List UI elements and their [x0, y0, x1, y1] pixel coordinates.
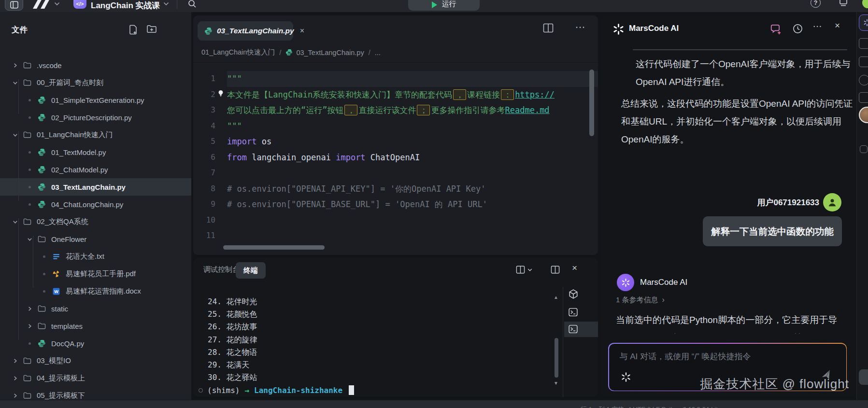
monitor-icon[interactable] [839, 0, 848, 7]
terminal-cursor [349, 385, 354, 395]
breadcrumb-file[interactable]: 03_TextLangChain.py [296, 49, 364, 56]
tab-03-textlangchain[interactable]: 03_TextLangChain.py × [198, 21, 293, 41]
new-folder-icon[interactable] [146, 24, 157, 34]
tree-item-花语大全.txt[interactable]: 花语大全.txt [0, 248, 191, 265]
terminal-prompt[interactable]: (shims)→LangChain-shizhanke [199, 384, 546, 396]
py-icon [38, 113, 46, 122]
close-ai-panel-icon[interactable]: × [835, 20, 840, 31]
tree-item-label: 03_模型IO [37, 356, 71, 366]
extension-icon[interactable] [859, 92, 868, 103]
tree-item-易速鲜花员工手册.pdf[interactable]: 易速鲜花员工手册.pdf [0, 265, 191, 282]
breadcrumb-more[interactable]: ... [375, 49, 381, 56]
split-editor-icon[interactable] [543, 23, 554, 33]
code-line-9[interactable]: 9# os.environ["OPENAI_BASE_URL"] = 'Open… [193, 197, 598, 212]
more-options-icon[interactable]: … [812, 18, 823, 29]
close-tab-icon[interactable]: × [300, 27, 304, 35]
status-bar-text[interactable]: 行 1，列 1 空格: 4 UTF-8 LF Python 3.10.9 64-… [581, 405, 718, 408]
extension-icon[interactable] [859, 38, 868, 49]
terminal-scrollbar[interactable] [555, 338, 558, 378]
breadcrumb[interactable]: 01_LangChain快速入门 / 03_TextLangChain.py /… [193, 42, 598, 63]
help-icon[interactable]: ? [811, 0, 821, 8]
split-terminal-icon[interactable] [516, 266, 532, 274]
horizontal-scrollbar[interactable] [223, 245, 325, 250]
tree-item-01_TextModel.py[interactable]: 01_TextModel.py [0, 143, 191, 161]
tree-item-04_ChatLongChain.py[interactable]: 04_ChatLongChain.py [0, 196, 191, 213]
maximize-panel-icon[interactable] [551, 266, 560, 274]
tree-item-01_SimpleTextGeneration.py[interactable]: 01_SimpleTextGeneration.py [0, 91, 191, 109]
tree-item-OneFlower[interactable]: OneFlower [0, 230, 191, 248]
ide-window: </> LangChain 实战课 运行 ? 文件 .vscod [0, 0, 868, 408]
sparkle-icon[interactable] [621, 372, 631, 382]
scroll-up-icon[interactable]: ▲ [554, 295, 558, 300]
tree-item-00_开篇词_奇点时刻[interactable]: 00_开篇词_奇点时刻 [0, 74, 191, 91]
user-name: 用户0671921633 [757, 197, 819, 208]
package-icon[interactable] [568, 289, 579, 299]
terminal-instance-icon[interactable] [568, 307, 578, 317]
extension-icon[interactable] [860, 145, 868, 153]
chevron-down-icon[interactable] [12, 218, 18, 225]
code-line-11[interactable]: 11 [193, 228, 598, 244]
chevron-right-icon[interactable] [26, 305, 33, 312]
user-avatar[interactable] [862, 0, 868, 8]
lightbulb-icon[interactable] [217, 89, 225, 98]
breadcrumb-folder[interactable]: 01_LangChain快速入门 [201, 48, 275, 57]
tab-terminal[interactable]: 终端 [236, 262, 266, 279]
code-line-10[interactable]: 10 [193, 212, 598, 228]
history-icon[interactable] [792, 23, 803, 34]
tree-item-label: static [51, 305, 68, 313]
new-chat-icon[interactable] [770, 23, 782, 35]
chevron-down-icon[interactable] [54, 2, 60, 6]
extension-icon[interactable] [859, 75, 868, 85]
code-text: # os.environ["OPENAI_BASE_URL"] = 'OpenA… [227, 197, 598, 212]
tree-item-02_ChatModel.py[interactable]: 02_ChatModel.py [0, 161, 191, 178]
tree-item-templates[interactable]: templates [0, 317, 191, 335]
tree-item-DocQA.py[interactable]: DocQA.py [0, 335, 191, 352]
code-line-8[interactable]: 8# os.environ["OPENAI_API_KEY"] = '你的Ope… [193, 181, 598, 197]
terminal-output[interactable]: 24. 花伴时光25. 花颜悦色26. 花坊故事27. 花的旋律28. 花之物语… [208, 289, 546, 397]
tree-item-03_模型IO[interactable]: 03_模型IO [0, 352, 191, 369]
tree-item-static[interactable]: static [0, 300, 191, 317]
chevron-right-icon[interactable] [26, 323, 33, 329]
code-editor[interactable]: 1"""2本文件是【LangChain系统安装和快速入门】章节的配套代码，课程链… [193, 63, 598, 243]
chevron-down-icon[interactable] [12, 131, 18, 138]
new-file-icon[interactable] [128, 24, 138, 35]
terminal-instance-icon[interactable] [568, 324, 578, 334]
tree-item-04_提示模板上[interactable]: 04_提示模板上 [0, 369, 191, 387]
tree-item-易速鲜花运营指南.docx[interactable]: W易速鲜花运营指南.docx [0, 282, 191, 300]
code-line-5[interactable]: 5import os [193, 134, 598, 150]
run-button[interactable]: 运行 [408, 0, 480, 11]
chevron-down-icon[interactable] [26, 236, 33, 242]
reference-info-link[interactable]: 1 条参考信息› [616, 295, 665, 305]
active-extension-icon[interactable] [859, 14, 868, 31]
close-panel-icon[interactable]: × [572, 263, 577, 273]
chevron-down-icon[interactable] [12, 79, 18, 86]
code-line-7[interactable]: 7 [193, 165, 598, 181]
scroll-down-icon[interactable]: ▼ [554, 380, 558, 386]
code-line-4[interactable]: 4""" [193, 118, 598, 134]
search-icon[interactable] [187, 0, 197, 9]
tree-item-02_PictureDescription.py[interactable]: 02_PictureDescription.py [0, 109, 191, 126]
chevron-right-icon[interactable] [12, 375, 18, 381]
tree-item-.vscode[interactable]: .vscode [0, 56, 191, 74]
indent-guide [18, 218, 19, 340]
chevron-right-icon[interactable] [12, 392, 18, 399]
editor-more-icon[interactable]: … [575, 18, 586, 31]
code-line-1[interactable]: 1""" [193, 71, 598, 87]
tab-debug-console[interactable]: 调试控制台 [203, 265, 240, 274]
profile-photo-avatar[interactable] [859, 107, 868, 123]
tree-item-01_LangChain快速入门[interactable]: 01_LangChain快速入门 [0, 126, 191, 143]
code-line-2[interactable]: 2本文件是【LangChain系统安装和快速入门】章节的配套代码，课程链接：ht… [193, 87, 598, 103]
chevron-right-icon[interactable] [12, 357, 18, 364]
chevron-right-icon[interactable] [12, 62, 18, 69]
code-line-3[interactable]: 3您可以点击最上方的“运行”按钮，直接运行该文件；更多操作指引请参考Readme… [193, 102, 598, 118]
workspace-title[interactable]: LangChain 实战课 [91, 0, 160, 11]
chevron-down-icon[interactable] [163, 2, 169, 6]
code-line-6[interactable]: 6from langchain_openai import ChatOpenAI [193, 150, 598, 166]
marscode-stripes-logo[interactable] [29, 0, 51, 10]
bottom-toolbar-button[interactable] [859, 369, 868, 385]
vertical-scrollbar[interactable] [589, 70, 594, 136]
tree-item-03_TextLangChain.py[interactable]: 03_TextLangChain.py [0, 178, 191, 196]
sidebar-toggle-button[interactable] [5, 0, 23, 11]
tree-item-02_文档QA系统[interactable]: 02_文档QA系统 [0, 213, 191, 230]
extension-icon[interactable] [859, 56, 868, 67]
